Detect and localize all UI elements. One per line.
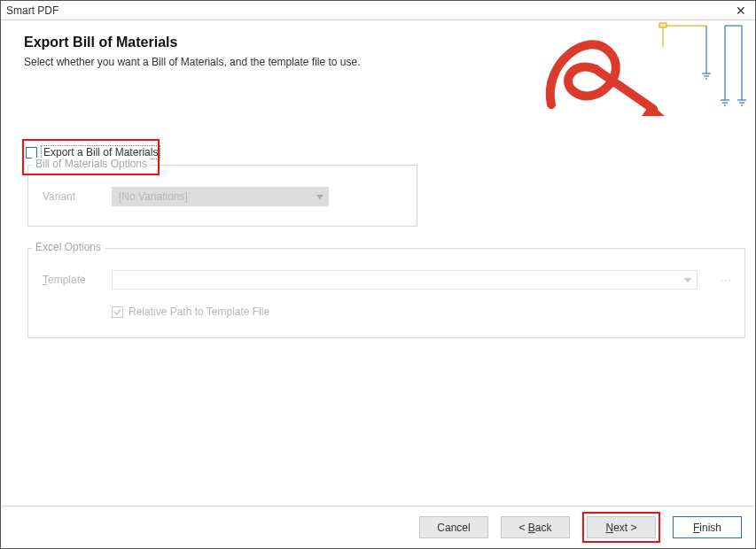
finish-button[interactable]: Finish [673,516,742,538]
relative-path-checkbox[interactable] [112,306,123,318]
bom-options-fieldset: Bill of Materials Options Variant [No Va… [27,165,417,227]
browse-button[interactable]: ··· [721,274,732,286]
svg-rect-2 [659,23,666,27]
relative-path-label: Relative Path to Template File [129,305,269,318]
chevron-down-icon [684,278,691,282]
banner-graphic [525,20,755,116]
export-bom-checkbox[interactable] [26,147,37,159]
cancel-button[interactable]: Cancel [419,516,488,538]
excel-options-legend: Excel Options [32,241,105,253]
bom-options-legend: Bill of Materials Options [32,158,151,170]
close-icon[interactable]: ✕ [732,4,750,17]
window-title: Smart PDF [6,4,58,17]
wizard-header: Export Bill of Materials Select whether … [1,20,755,116]
template-input[interactable] [112,270,698,290]
variant-select[interactable]: [No Variations] [112,187,329,206]
excel-options-fieldset: Excel Options Template ··· Relative Path… [27,248,745,338]
next-button[interactable]: Next > [587,516,656,538]
variant-value: [No Variations] [119,190,188,203]
chevron-down-icon [316,195,323,199]
template-label: Template [43,274,97,286]
variant-label: Variant [43,190,97,203]
highlight-box-next: Next > [582,512,660,543]
titlebar: Smart PDF ✕ [1,1,755,20]
back-button[interactable]: < Back [501,516,570,538]
wizard-footer: Cancel < Back Next > Finish [2,506,754,548]
